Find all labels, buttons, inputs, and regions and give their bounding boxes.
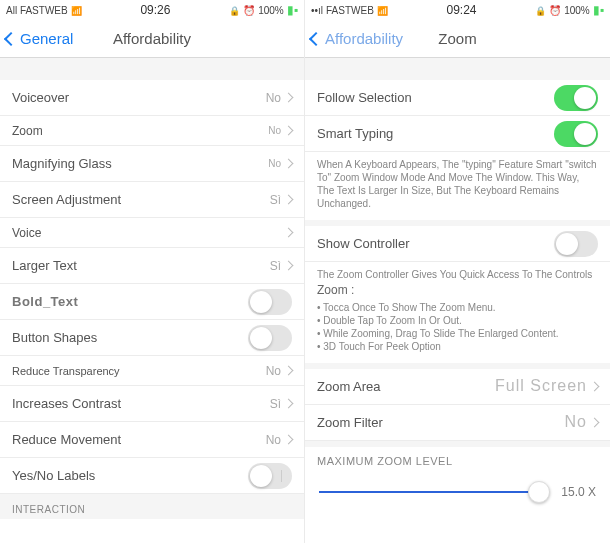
row-zoom[interactable]: Zoom No xyxy=(0,116,304,146)
status-bar: ••ıl FASTWEB 09:24 ⏰ 100% ▮▪ xyxy=(305,0,610,20)
alarm-icon: ⏰ xyxy=(549,5,561,16)
row-voiceover[interactable]: Voiceover No xyxy=(0,80,304,116)
yes-no-labels-toggle[interactable] xyxy=(248,463,292,489)
back-label: General xyxy=(20,30,73,47)
interaction-header: INTERACTION xyxy=(0,494,304,519)
row-label: Screen Adjustment xyxy=(12,192,121,207)
row-button-shapes[interactable]: Button Shapes xyxy=(0,320,304,356)
max-zoom-header: MAXIMUM ZOOM LEVEL xyxy=(305,447,610,471)
battery-percent: 100% xyxy=(258,5,284,16)
row-label: Larger Text xyxy=(12,258,77,273)
chevron-right-icon xyxy=(284,435,294,445)
button-shapes-toggle[interactable] xyxy=(248,325,292,351)
smart-typing-toggle[interactable] xyxy=(554,121,598,147)
row-label: Zoom Filter xyxy=(317,415,383,430)
zoom-screen: ••ıl FASTWEB 09:24 ⏰ 100% ▮▪ Affordabili… xyxy=(305,0,610,543)
chevron-right-icon xyxy=(284,228,294,238)
chevron-left-icon xyxy=(309,31,323,45)
controller-hint: The Zoom Controller Gives You Quick Acce… xyxy=(305,262,610,363)
row-label: Yes/No Labels xyxy=(12,468,95,483)
chevron-right-icon xyxy=(284,261,294,271)
lock-icon xyxy=(535,5,546,16)
row-reduce-transparency[interactable]: Reduce Transparency No xyxy=(0,356,304,386)
row-voice[interactable]: Voice xyxy=(0,218,304,248)
row-larger-text[interactable]: Larger Text Sì xyxy=(0,248,304,284)
row-smart-typing[interactable]: Smart Typing xyxy=(305,116,610,152)
nav-bar: Affordability Zoom xyxy=(305,20,610,58)
carrier: All FASTWEB xyxy=(6,5,68,16)
row-label: Reduce Transparency xyxy=(12,365,120,377)
wifi-icon xyxy=(377,5,388,16)
chevron-right-icon xyxy=(284,366,294,376)
row-bold-text[interactable]: Bold_Text xyxy=(0,284,304,320)
max-zoom-value: 15.0 X xyxy=(556,485,596,499)
battery-icon: ▮▪ xyxy=(593,3,604,17)
max-zoom-slider-row: 15.0 X xyxy=(305,471,610,507)
chevron-right-icon xyxy=(284,93,294,103)
clock: 09:24 xyxy=(446,3,476,17)
row-increases-contrast[interactable]: Increases Contrast Sì xyxy=(0,386,304,422)
back-label: Affordability xyxy=(325,30,403,47)
smart-typing-hint: When A Keyboard Appears, The "typing" Fe… xyxy=(305,152,610,220)
max-zoom-slider[interactable] xyxy=(319,491,550,493)
bold-text-toggle[interactable] xyxy=(248,289,292,315)
row-label: Voiceover xyxy=(12,90,69,105)
status-bar: All FASTWEB 09:26 ⏰ 100% ▮▪ xyxy=(0,0,304,20)
row-label: Show Controller xyxy=(317,236,410,251)
show-controller-toggle[interactable] xyxy=(554,231,598,257)
nav-bar: General Affordability xyxy=(0,20,304,58)
chevron-right-icon xyxy=(590,381,600,391)
battery-icon: ▮▪ xyxy=(287,3,298,17)
slider-thumb-icon[interactable] xyxy=(528,481,550,503)
chevron-right-icon xyxy=(284,159,294,169)
row-label: Increases Contrast xyxy=(12,396,121,411)
row-magnifier[interactable]: Magnifying Glass No xyxy=(0,146,304,182)
accessibility-screen: All FASTWEB 09:26 ⏰ 100% ▮▪ General Affo… xyxy=(0,0,305,543)
row-label: Magnifying Glass xyxy=(12,156,112,171)
row-label: Reduce Movement xyxy=(12,432,121,447)
carrier: FASTWEB xyxy=(326,5,374,16)
back-button[interactable]: Affordability xyxy=(311,30,403,47)
row-zoom-area[interactable]: Zoom Area Full Screen xyxy=(305,369,610,405)
row-label: Follow Selection xyxy=(317,90,412,105)
chevron-right-icon xyxy=(284,195,294,205)
row-label: Zoom Area xyxy=(317,379,381,394)
back-button[interactable]: General xyxy=(6,30,73,47)
row-label: Zoom xyxy=(12,124,43,138)
lock-icon xyxy=(229,5,240,16)
row-label: Smart Typing xyxy=(317,126,393,141)
chevron-right-icon xyxy=(590,417,600,427)
row-reduce-movement[interactable]: Reduce Movement No xyxy=(0,422,304,458)
battery-percent: 100% xyxy=(564,5,590,16)
row-show-controller[interactable]: Show Controller xyxy=(305,226,610,262)
row-label: Button Shapes xyxy=(12,330,97,345)
row-zoom-filter[interactable]: Zoom Filter No xyxy=(305,405,610,441)
row-follow-selection[interactable]: Follow Selection xyxy=(305,80,610,116)
row-yes-no-labels[interactable]: Yes/No Labels xyxy=(0,458,304,494)
wifi-icon xyxy=(71,5,82,16)
chevron-right-icon xyxy=(284,126,294,136)
chevron-right-icon xyxy=(284,399,294,409)
follow-selection-toggle[interactable] xyxy=(554,85,598,111)
row-label: Voice xyxy=(12,226,41,240)
row-label: Bold_Text xyxy=(12,294,78,309)
chevron-left-icon xyxy=(4,31,18,45)
alarm-icon: ⏰ xyxy=(243,5,255,16)
clock: 09:26 xyxy=(140,3,170,17)
row-screen-adjustment[interactable]: Screen Adjustment Sì xyxy=(0,182,304,218)
